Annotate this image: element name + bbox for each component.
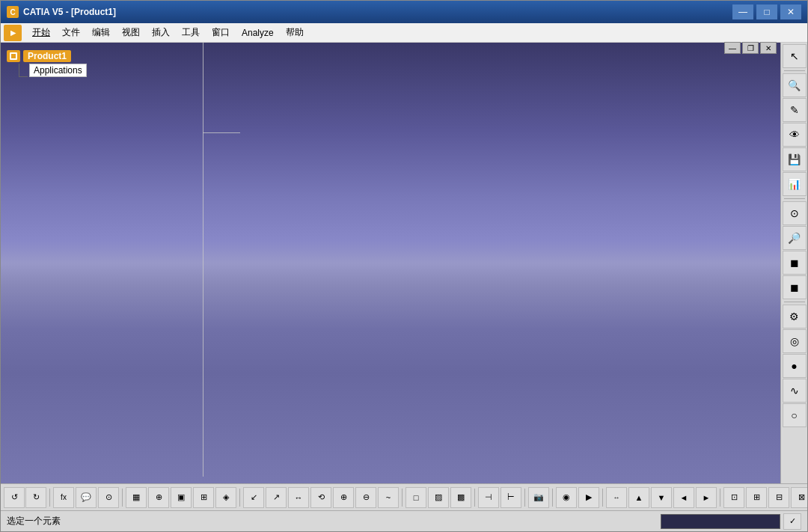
menu-view[interactable]: 视图 [116, 25, 146, 41]
bt-sep-2 [122, 489, 123, 507]
viewport-grid [1, 43, 225, 155]
toolbar-block2-btn[interactable]: ◼ [783, 275, 807, 299]
arrows-button[interactable]: ↔ [288, 487, 309, 508]
toolbar-dot-btn[interactable]: ● [783, 354, 807, 378]
menu-edit[interactable]: 编辑 [86, 25, 116, 41]
network-button[interactable]: ⊕ [148, 487, 169, 508]
status-right: ✓ [661, 513, 801, 530]
bt-sep-6 [524, 489, 525, 507]
grid-button[interactable]: ▦ [126, 487, 147, 508]
up-button[interactable]: ▲ [628, 487, 649, 508]
redo-button[interactable]: ↻ [25, 487, 46, 508]
toolbar-ring-btn[interactable]: ○ [783, 403, 807, 427]
toolbar-zoom-btn[interactable]: 🔍 [783, 73, 807, 97]
tb-sep-1 [784, 70, 805, 71]
inner-restore-button[interactable]: ❐ [742, 42, 759, 54]
menu-help[interactable]: 帮助 [280, 25, 310, 41]
wave-button[interactable]: ~ [378, 487, 399, 508]
bt-sep-5 [474, 489, 475, 507]
status-input[interactable] [661, 514, 780, 529]
rotate-button[interactable]: ⟲ [310, 487, 331, 508]
start-icon[interactable]: ▶ [4, 25, 22, 41]
window-title: CATIA V5 - [Product1] [23, 7, 116, 17]
camera-button[interactable]: 📷 [528, 487, 549, 508]
zoom-out-button[interactable]: ⊖ [355, 487, 376, 508]
bt-sep-3 [239, 489, 240, 507]
box1-button[interactable]: ⊡ [723, 487, 744, 508]
play-button[interactable]: ▶ [578, 487, 599, 508]
align-left-button[interactable]: ⊣ [478, 487, 499, 508]
maximize-button[interactable]: □ [756, 4, 777, 19]
align-right-button[interactable]: ⊢ [501, 487, 521, 508]
viewport[interactable]: Product1 Applications [1, 43, 780, 483]
toolbar-view-btn[interactable]: 👁 [783, 123, 807, 147]
toolbar-edit-btn[interactable]: ✎ [783, 98, 807, 122]
model-horizontal-line [203, 132, 240, 133]
hatch-button[interactable]: ▨ [428, 487, 449, 508]
circle-button[interactable]: ⊙ [98, 487, 119, 508]
bottom-toolbar: ↺ ↻ fx 💬 ⊙ ▦ ⊕ ▣ ⊞ ◈ ↙ ↗ ↔ ⟲ ⊕ ⊖ ~ □ ▨ ▩… [1, 483, 807, 510]
chat-button[interactable]: 💬 [76, 487, 97, 508]
square-button[interactable]: □ [405, 487, 426, 508]
toolbar-circle-btn[interactable]: ⊙ [783, 201, 807, 225]
toolbar-select-btn[interactable]: ↖ [783, 44, 807, 68]
cross-button[interactable]: ⊞ [193, 487, 214, 508]
toolbar-save-btn[interactable]: 💾 [783, 147, 807, 171]
titlebar-left: C CATIA V5 - [Product1] [7, 6, 116, 18]
bt-sep-8 [602, 489, 603, 507]
inner-close-button[interactable]: ✕ [760, 42, 777, 54]
inner-minimize-button[interactable]: — [724, 42, 741, 54]
box2-button[interactable]: ⊞ [746, 487, 767, 508]
diamond-button[interactable]: ◈ [215, 487, 236, 508]
menu-start[interactable]: 开始 [26, 25, 56, 41]
box4-button[interactable]: ⊠ [791, 487, 807, 508]
undo-button[interactable]: ↺ [4, 487, 25, 508]
bt-sep-1 [49, 489, 50, 507]
menu-tools[interactable]: 工具 [176, 25, 206, 41]
menu-analyze[interactable]: Analyze [236, 25, 280, 41]
bt-sep-4 [402, 489, 403, 507]
box3-button[interactable]: ⊟ [768, 487, 789, 508]
zoom-in-button[interactable]: ⊕ [333, 487, 354, 508]
inner-window-controls: — ❐ ✕ [724, 42, 777, 54]
table-button[interactable]: ▣ [171, 487, 192, 508]
arrow-ne-button[interactable]: ↗ [266, 487, 287, 508]
undo-redo-group: ↺ ↻ [4, 487, 46, 508]
arrow-sw-button[interactable]: ↙ [243, 487, 264, 508]
menu-window[interactable]: 窗口 [206, 25, 236, 41]
right-toolbar: ↖ 🔍 ✎ 👁 💾 📊 ⊙ 🔎 ◼ ◼ ⚙ ◎ ● ∿ ○ [780, 43, 807, 483]
menu-insert[interactable]: 插入 [146, 25, 176, 41]
toolbar-block-btn[interactable]: ◼ [783, 251, 807, 275]
titlebar-controls: — □ ✕ [732, 4, 801, 19]
tb-sep-3 [784, 302, 805, 302]
toolbar-search-btn[interactable]: 🔎 [783, 226, 807, 250]
main-area: Product1 Applications ↖ 🔍 ✎ 👁 💾 📊 ⊙ 🔎 ◼ … [1, 43, 807, 483]
menu-file[interactable]: 文件 [56, 25, 86, 41]
measure-button[interactable]: ↔ [606, 487, 627, 508]
statusbar: 选定一个元素 ✓ [1, 510, 807, 531]
tb-sep-2 [784, 198, 805, 199]
status-text: 选定一个元素 [7, 515, 61, 528]
bt-sep-9 [720, 489, 720, 507]
record-button[interactable]: ◉ [556, 487, 577, 508]
fill-button[interactable]: ▩ [450, 487, 471, 508]
toolbar-gear-btn[interactable]: ⚙ [783, 305, 807, 328]
toolbar-chart-btn[interactable]: 📊 [783, 172, 807, 196]
close-button[interactable]: ✕ [780, 4, 801, 19]
menubar: ▶ 开始 文件 编辑 视图 插入 工具 窗口 Analyze 帮助 [1, 23, 807, 43]
titlebar: C CATIA V5 - [Product1] — □ ✕ [1, 1, 807, 23]
toolbar-target-btn[interactable]: ◎ [783, 329, 807, 353]
status-confirm-button[interactable]: ✓ [783, 513, 801, 530]
toolbar-curve-btn[interactable]: ∿ [783, 379, 807, 403]
app-icon: C [7, 6, 19, 18]
minimize-button[interactable]: — [732, 4, 753, 19]
left-button[interactable]: ◄ [673, 487, 694, 508]
model-vertical-line [203, 43, 203, 477]
formula-button[interactable]: fx [53, 487, 74, 508]
right-button[interactable]: ► [696, 487, 717, 508]
down-button[interactable]: ▼ [651, 487, 672, 508]
bt-sep-7 [552, 489, 553, 507]
